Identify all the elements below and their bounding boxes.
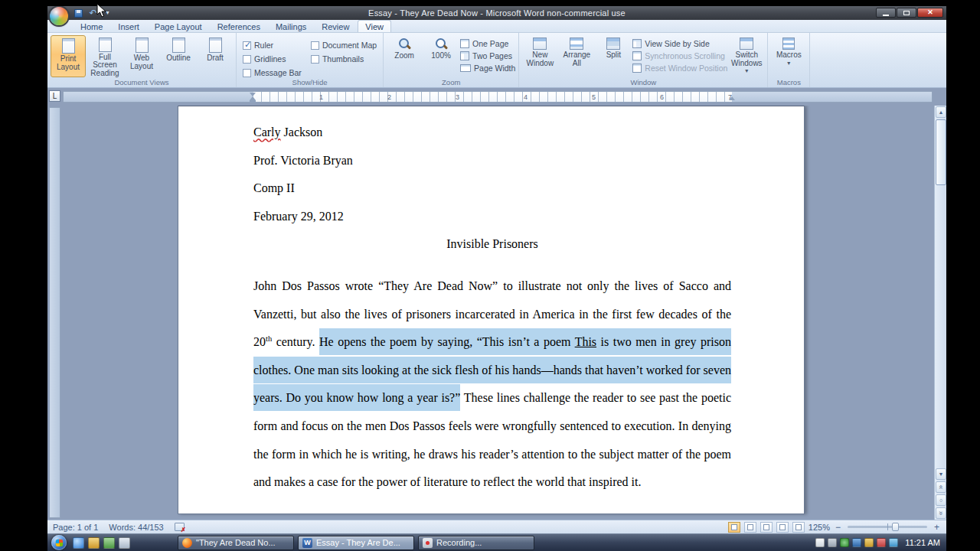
print-layout-button[interactable]: Print Layout	[51, 35, 86, 77]
scroll-up-button[interactable]: ▲	[936, 106, 946, 118]
two-pages-button[interactable]: Two Pages	[460, 51, 515, 60]
full-screen-reading-button[interactable]: Full Screen Reading	[87, 35, 122, 77]
checkbox-icon[interactable]	[243, 55, 251, 64]
window-controls: ✕	[876, 8, 943, 18]
messenger-icon[interactable]	[877, 538, 886, 547]
view-side-by-side-button[interactable]: View Side by Side	[632, 39, 727, 48]
document-line[interactable]: Carly Jackson	[253, 119, 731, 147]
volume-icon[interactable]	[889, 538, 898, 547]
tab-mailings[interactable]: Mailings	[269, 21, 313, 32]
zoom-out-button[interactable]: −	[834, 522, 842, 533]
checkbox-icon[interactable]	[243, 41, 251, 50]
one-page-button[interactable]: One Page	[460, 39, 515, 48]
show-desktop-icon[interactable]	[103, 537, 115, 549]
macros-button[interactable]: Macros▾	[771, 35, 806, 77]
select-browse-object-button[interactable]: ○	[936, 494, 946, 506]
right-indent-icon[interactable]	[729, 96, 735, 100]
checkbox-icon[interactable]	[311, 55, 319, 64]
document-line[interactable]: February 29, 2012	[253, 203, 731, 231]
checkbox-thumbnails[interactable]: Thumbnails	[311, 54, 377, 64]
hidden-icons-button[interactable]	[815, 538, 825, 547]
zoom-100-button[interactable]: 100%	[423, 35, 459, 77]
checkbox-icon[interactable]	[243, 69, 251, 77]
minimize-button[interactable]	[876, 8, 896, 18]
right-indent-marker[interactable]	[729, 96, 735, 100]
tab-references[interactable]: References	[211, 21, 267, 32]
taskbar-clock[interactable]: 11:21 AM	[905, 538, 940, 547]
vertical-scrollbar[interactable]: ▲ ▼ « ○ »	[934, 106, 946, 520]
update-icon[interactable]	[864, 538, 874, 547]
internet-explorer-icon[interactable]	[73, 537, 84, 549]
tab-view[interactable]: View	[358, 20, 391, 32]
synchronous-scrolling-button[interactable]: Synchronous Scrolling	[632, 51, 727, 60]
checkbox-message-bar[interactable]: Message Bar	[243, 68, 302, 77]
tab-review[interactable]: Review	[315, 21, 356, 32]
text-segment-normal: February 29, 2012	[253, 210, 344, 223]
taskbar-button-they-are-dead-no[interactable]: "They Are Dead No...	[178, 536, 294, 550]
tab-home[interactable]: Home	[74, 21, 109, 32]
tab-stop-selector[interactable]: L	[49, 90, 60, 102]
outline-button[interactable]: Outline	[161, 35, 196, 77]
taskbar-button-recording[interactable]: Recording...	[418, 536, 534, 550]
draft-button[interactable]: Draft	[198, 35, 233, 77]
checkbox-ruler[interactable]: Ruler	[243, 41, 302, 50]
network-icon[interactable]	[852, 538, 861, 547]
arrange-all-button[interactable]: Arrange All	[559, 35, 594, 77]
text-segment-spellcheck: Carly	[253, 126, 281, 139]
checkbox-gridlines[interactable]: Gridlines	[243, 54, 302, 64]
ruler-number: 2	[387, 93, 391, 101]
document-page[interactable]: Carly JacksonProf. Victoria BryanComp II…	[178, 106, 805, 514]
checkbox-document-map[interactable]: Document Map	[311, 41, 377, 50]
full-screen-reading-view-button[interactable]	[744, 522, 756, 533]
left-indent-marker[interactable]	[250, 93, 256, 103]
office-button[interactable]	[50, 7, 68, 25]
page-width-button[interactable]: Page Width	[460, 64, 515, 73]
close-button[interactable]: ✕	[917, 8, 943, 18]
maximize-button[interactable]	[897, 8, 916, 18]
page-indicator[interactable]: Page: 1 of 1	[53, 523, 98, 532]
print-layout-view-button[interactable]	[728, 522, 740, 533]
zoom-button[interactable]: Zoom	[387, 35, 422, 77]
document-line[interactable]: Comp II	[253, 174, 731, 203]
tab-insert[interactable]: Insert	[111, 21, 146, 32]
taskbar-button-essay-they-are-de[interactable]: Essay - They Are De...	[298, 536, 414, 550]
checkbox-icon[interactable]	[311, 41, 319, 50]
web-layout-view-button[interactable]	[760, 522, 773, 533]
group-label-show-hide: Show/Hide	[237, 78, 383, 86]
reset-window-position-button[interactable]: Reset Window Position	[632, 64, 727, 73]
zoom-slider-thumb[interactable]	[892, 523, 899, 531]
scrollbar-thumb[interactable]	[936, 119, 946, 185]
zoom-in-button[interactable]: +	[933, 522, 941, 533]
button-label: New Window	[522, 51, 557, 67]
word-count[interactable]: Words: 44/153	[109, 523, 163, 532]
switch-windows-button[interactable]: Switch Windows▾	[729, 35, 764, 77]
proofing-errors-icon[interactable]: ✗	[175, 523, 185, 531]
previous-page-button[interactable]: «	[936, 481, 946, 493]
explorer-icon[interactable]	[119, 537, 130, 549]
draft-view-button[interactable]	[792, 522, 805, 533]
media-player-icon[interactable]	[88, 537, 100, 549]
tab-page-layout[interactable]: Page Layout	[148, 21, 209, 32]
switch-windows-icon	[740, 37, 753, 50]
horizontal-ruler[interactable]: 1234567	[63, 91, 933, 103]
antivirus-icon[interactable]	[840, 538, 849, 547]
document-header-lines: Carly JacksonProf. Victoria BryanComp II…	[253, 119, 731, 230]
zoom-slider[interactable]	[848, 526, 927, 528]
zoom-level[interactable]: 125%	[808, 523, 830, 532]
vertical-ruler[interactable]	[49, 107, 60, 518]
checkbox-label: Ruler	[254, 41, 273, 50]
split-button[interactable]: Split	[596, 35, 631, 77]
outline-view-button[interactable]	[776, 522, 789, 533]
new-window-button[interactable]: New Window	[522, 35, 557, 77]
desktop-screen: ↶ ▾ Essay - They Are Dead Now - Microsof…	[47, 6, 946, 551]
safely-remove-hardware-icon[interactable]	[828, 538, 837, 547]
scroll-down-button[interactable]: ▼	[936, 468, 946, 480]
document-line[interactable]: Prof. Victoria Bryan	[253, 147, 731, 175]
text-segment-normal: Comp II	[253, 181, 295, 194]
web-layout-button[interactable]: Web Layout	[124, 35, 159, 77]
essay-title[interactable]: Invisible Prisoners	[253, 230, 731, 259]
essay-paragraph[interactable]: John Dos Passos wrote “They Are Dead Now…	[253, 272, 731, 497]
next-page-button[interactable]: »	[936, 507, 946, 519]
left-indent-icon[interactable]	[250, 100, 256, 103]
start-button[interactable]	[51, 535, 67, 550]
